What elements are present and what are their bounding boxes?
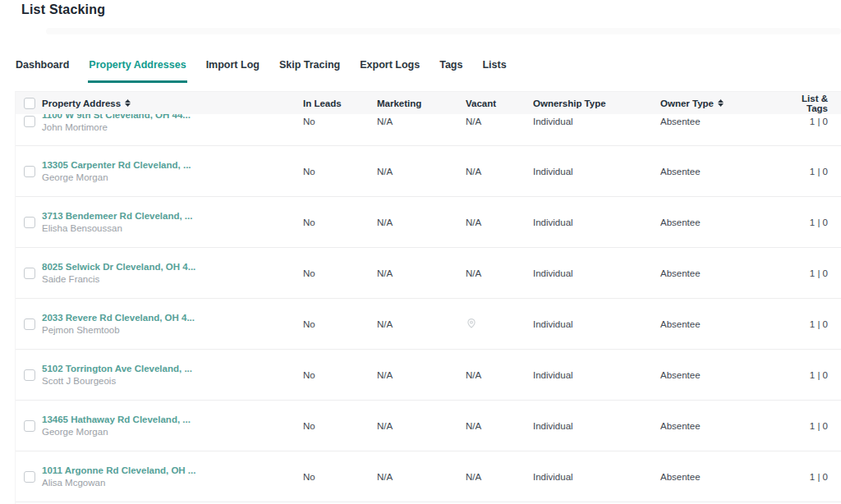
property-addresses-table: Property Address In Leads Marketing Vaca… <box>15 91 841 504</box>
divider-band <box>46 28 841 34</box>
vacant-value: N/A <box>466 218 481 227</box>
select-all-checkbox[interactable] <box>24 98 35 109</box>
owner-name: George Morgan <box>42 426 191 438</box>
vacant-cell: N/A <box>466 167 533 176</box>
tab-label: Import Log <box>206 59 260 71</box>
row-checkbox[interactable] <box>24 217 35 228</box>
ownership-type-cell: Individual <box>533 268 660 278</box>
in-leads-cell: No <box>303 218 377 227</box>
property-address-link[interactable]: 1100 W 9th St Cleveland, OH 44... <box>42 114 191 121</box>
header-label-owner-type[interactable]: Owner Type <box>660 99 714 108</box>
owner-type-cell: Absentee <box>660 117 801 126</box>
owner-name: Elisha Bensoussan <box>42 222 192 235</box>
marketing-cell: N/A <box>377 268 466 278</box>
header-in-leads: In Leads <box>303 99 377 108</box>
ownership-type-cell: Individual <box>533 167 660 176</box>
tab-label: Dashboard <box>16 59 69 71</box>
table-row: 8025 Selwick Dr Cleveland, OH 4... Saide… <box>16 248 841 299</box>
owner-type-cell: Absentee <box>660 268 801 278</box>
owner-name: Scott J Bourgeois <box>42 375 192 387</box>
table-row: 1100 W 9th St Cleveland, OH 44... John M… <box>16 114 841 146</box>
tab[interactable]: Property Addresses <box>88 54 186 83</box>
ownership-type-cell: Individual <box>533 421 660 431</box>
property-address-link[interactable]: 5102 Torrington Ave Cleveland, ... <box>42 363 192 375</box>
table-row: 1011 Argonne Rd Cleveland, OH ... Alisa … <box>16 451 841 502</box>
property-address-link[interactable]: 13465 Hathaway Rd Cleveland, ... <box>42 414 191 426</box>
list-and-tags-cell: 1 | 0 <box>801 167 841 176</box>
in-leads-cell: No <box>303 421 377 431</box>
property-address-link[interactable]: 3713 Bendemeer Rd Cleveland, ... <box>42 210 192 222</box>
vacant-value: N/A <box>466 472 481 482</box>
owner-type-cell: Absentee <box>660 421 801 431</box>
marketing-cell: N/A <box>377 117 466 126</box>
owner-type-cell: Absentee <box>660 167 801 176</box>
header-marketing: Marketing <box>377 99 466 108</box>
tab[interactable]: Lists <box>481 54 507 83</box>
row-checkbox[interactable] <box>24 116 35 127</box>
property-address-link[interactable]: 13305 Carpenter Rd Cleveland, ... <box>42 159 191 172</box>
tab[interactable]: Dashboard <box>15 54 70 83</box>
list-and-tags-cell: 1 | 0 <box>801 268 841 278</box>
row-checkbox[interactable] <box>24 166 35 177</box>
row-checkbox[interactable] <box>24 471 35 483</box>
header-property-address: Property Address <box>16 98 303 109</box>
vacant-cell <box>466 317 533 331</box>
tab-label: Skip Tracing <box>279 59 340 71</box>
tab[interactable]: Skip Tracing <box>278 54 341 83</box>
vacant-value: N/A <box>466 167 481 176</box>
header-label-property-address[interactable]: Property Address <box>42 99 121 108</box>
list-stacking-page: List Stacking Dashboard Property Address… <box>0 0 841 504</box>
row-checkbox[interactable] <box>24 318 35 330</box>
property-address-link[interactable]: 8025 Selwick Dr Cleveland, OH 4... <box>42 261 195 273</box>
owner-name: John Mortimore <box>42 121 191 134</box>
in-leads-cell: No <box>303 370 377 380</box>
ownership-type-cell: Individual <box>533 218 660 227</box>
ownership-type-cell: Individual <box>533 117 660 126</box>
vacant-cell: N/A <box>466 268 533 278</box>
tab-label: Lists <box>482 59 506 71</box>
tab[interactable]: Export Logs <box>359 54 420 83</box>
table-header-row: Property Address In Leads Marketing Vaca… <box>16 92 841 114</box>
table-row: 2033 Revere Rd Cleveland, OH 4... Pejmon… <box>16 299 841 350</box>
table-row: 13305 Carpenter Rd Cleveland, ... George… <box>16 146 841 197</box>
location-pin-icon <box>466 317 477 331</box>
vacant-value: N/A <box>466 421 481 431</box>
row-checkbox[interactable] <box>24 369 35 381</box>
owner-type-cell: Absentee <box>660 472 801 482</box>
vacant-cell: N/A <box>466 117 533 126</box>
tab-label: Property Addresses <box>89 59 186 71</box>
marketing-cell: N/A <box>377 370 466 380</box>
marketing-cell: N/A <box>377 472 466 482</box>
table-row: 3713 Bendemeer Rd Cleveland, ... Elisha … <box>16 197 841 248</box>
page-title: List Stacking <box>21 2 105 17</box>
ownership-type-cell: Individual <box>533 370 660 380</box>
tab-bar: Dashboard Property Addresses Import Log … <box>15 54 841 83</box>
tab-label: Tags <box>439 59 462 71</box>
sort-icon[interactable] <box>125 99 131 107</box>
sort-icon[interactable] <box>718 99 724 107</box>
header-list-and-tags: List & Tags <box>801 94 841 113</box>
tab[interactable]: Tags <box>439 54 463 83</box>
header-ownership-type: Ownership Type <box>533 99 660 108</box>
vacant-cell: N/A <box>466 421 533 431</box>
property-address-link[interactable]: 2033 Revere Rd Cleveland, OH 4... <box>42 312 195 324</box>
owner-type-cell: Absentee <box>660 218 801 227</box>
owner-name: Pejmon Shemtoob <box>42 324 195 337</box>
vacant-cell: N/A <box>466 370 533 380</box>
marketing-cell: N/A <box>377 218 466 227</box>
owner-name: Saide Francis <box>42 273 195 286</box>
table-row: 13465 Hathaway Rd Cleveland, ... George … <box>16 401 841 451</box>
tab-label: Export Logs <box>360 59 420 71</box>
owner-type-cell: Absentee <box>660 319 801 329</box>
row-checkbox[interactable] <box>24 420 35 432</box>
property-address-link[interactable]: 1011 Argonne Rd Cleveland, OH ... <box>42 465 195 477</box>
owner-type-cell: Absentee <box>660 370 801 380</box>
list-and-tags-cell: 1 | 0 <box>801 421 841 431</box>
vacant-cell: N/A <box>466 218 533 227</box>
vacant-cell: N/A <box>466 472 533 482</box>
list-and-tags-cell: 1 | 0 <box>801 472 841 482</box>
vacant-value: N/A <box>466 370 481 380</box>
tab[interactable]: Import Log <box>205 54 260 83</box>
list-and-tags-cell: 1 | 0 <box>801 117 841 126</box>
row-checkbox[interactable] <box>24 268 35 279</box>
